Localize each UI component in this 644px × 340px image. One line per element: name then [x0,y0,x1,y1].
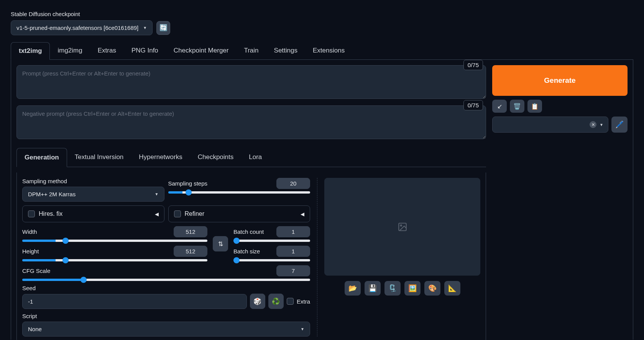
chevron-down-icon: ▼ [143,26,147,30]
cfg-label: CFG Scale [22,268,50,274]
refresh-icon: 🔄 [159,24,168,32]
sub-tabs: Generation Textual Inversion Hypernetwor… [16,148,486,167]
seed-input[interactable] [22,294,247,309]
hires-fix-checkbox[interactable] [28,210,35,217]
main-tabs: txt2img img2img Extras PNG Info Checkpoi… [11,42,633,60]
send-img2img-button[interactable]: 🖼️ [404,281,421,296]
output-preview [324,178,480,276]
palette-icon: 🎨 [428,284,437,292]
send-inpaint-button[interactable]: 🎨 [424,281,440,296]
refiner-checkbox[interactable] [174,210,181,217]
recycle-icon: ♻️ [272,297,280,306]
generate-button[interactable]: Generate [492,65,628,96]
hires-fix-toggle[interactable]: Hires. fix ◀ [22,205,164,222]
send-extras-button[interactable]: 📐 [444,281,460,296]
clipboard-icon: 📋 [531,103,539,110]
sampling-steps-label: Sampling steps [168,180,208,187]
height-label: Height [22,248,39,255]
tab-extras[interactable]: Extras [90,42,124,59]
tab-train[interactable]: Train [236,42,266,59]
width-label: Width [22,228,37,235]
prompt-token-count: 0/75 [463,60,483,70]
negative-prompt-input[interactable] [16,105,486,139]
tab-img2img[interactable]: img2img [50,42,90,59]
archive-icon: 🗜️ [388,284,397,292]
ruler-icon: 📐 [448,284,457,292]
cfg-input[interactable] [276,265,310,276]
sampling-method-label: Sampling method [22,178,164,184]
tab-settings[interactable]: Settings [266,42,305,59]
height-slider[interactable] [22,259,207,261]
image-placeholder-icon [398,222,407,232]
hires-fix-label: Hires. fix [39,210,62,217]
folder-icon: 📂 [348,284,357,292]
checkpoint-label: Stable Diffusion checkpoint [11,11,633,17]
interrogate-button[interactable]: ↙ [492,100,507,113]
subtab-checkpoints[interactable]: Checkpoints [190,148,242,167]
height-input[interactable] [174,246,207,257]
script-select[interactable]: None ▼ [22,322,310,337]
trash-icon: 🗑️ [513,103,521,110]
swap-icon: ⇅ [218,240,223,248]
batch-count-slider[interactable] [233,240,310,242]
chevron-down-icon: ▼ [600,123,603,127]
batch-count-input[interactable] [276,226,310,237]
zip-button[interactable]: 🗜️ [384,281,401,296]
output-toolbar: 📂 💾 🗜️ 🖼️ 🎨 📐 [324,281,480,296]
save-icon: 💾 [368,284,377,292]
width-slider[interactable] [22,240,207,242]
tab-checkpoint-merger[interactable]: Checkpoint Merger [166,42,237,59]
styles-select[interactable]: ✕ ▼ [492,117,608,133]
chevron-down-icon: ▼ [301,327,304,331]
seed-label: Seed [22,285,310,291]
image-icon: 🖼️ [408,284,417,292]
save-button[interactable]: 💾 [365,281,381,296]
sampling-steps-input[interactable] [276,178,310,189]
seed-extra-checkbox[interactable] [287,298,294,305]
subtab-lora[interactable]: Lora [241,148,269,167]
tab-png-info[interactable]: PNG Info [124,42,166,59]
prompt-input[interactable] [16,65,486,99]
refresh-checkpoint-button[interactable]: 🔄 [156,21,170,35]
checkpoint-select[interactable]: v1-5-pruned-emaonly.safetensors [6ce0161… [11,20,153,35]
batch-size-label: Batch size [233,248,260,255]
refiner-label: Refiner [185,210,205,217]
pencil-icon: 🖊️ [615,120,624,129]
batch-size-input[interactable] [276,246,310,257]
subtab-hypernetworks[interactable]: Hypernetworks [131,148,190,167]
tab-txt2img[interactable]: txt2img [11,42,50,60]
sampling-method-select[interactable]: DPM++ 2M Karras ▼ [22,187,164,202]
checkpoint-value: v1-5-pruned-emaonly.safetensors [6ce0161… [16,25,138,31]
script-label: Script [22,313,310,319]
subtab-generation[interactable]: Generation [16,148,67,167]
refiner-toggle[interactable]: Refiner ◀ [168,205,310,222]
dice-icon: 🎲 [253,297,261,306]
subtab-textual-inversion[interactable]: Textual Inversion [67,148,131,167]
batch-count-label: Batch count [233,228,264,235]
clear-styles-icon[interactable]: ✕ [590,121,596,128]
svg-point-1 [400,225,401,226]
arrow-in-icon: ↙ [497,103,502,110]
seed-extra-label: Extra [297,298,310,305]
tab-extensions[interactable]: Extensions [305,42,352,59]
sampling-steps-slider[interactable] [168,191,310,194]
chevron-down-icon: ▼ [155,192,159,196]
width-input[interactable] [174,226,207,237]
edit-styles-button[interactable]: 🖊️ [611,117,628,133]
seed-reuse-button[interactable]: ♻️ [268,294,284,309]
clear-prompt-button[interactable]: 🗑️ [510,100,524,113]
batch-size-slider[interactable] [233,259,310,261]
paste-button[interactable]: 📋 [527,100,542,113]
seed-random-button[interactable]: 🎲 [250,294,265,309]
triangle-left-icon: ◀ [301,211,304,217]
script-value: None [28,326,42,332]
cfg-slider[interactable] [22,279,310,281]
negative-prompt-token-count: 0/75 [463,100,483,110]
sampling-method-value: DPM++ 2M Karras [28,191,76,197]
swap-dimensions-button[interactable]: ⇅ [213,236,228,251]
open-folder-button[interactable]: 📂 [345,281,361,296]
triangle-left-icon: ◀ [155,211,159,217]
